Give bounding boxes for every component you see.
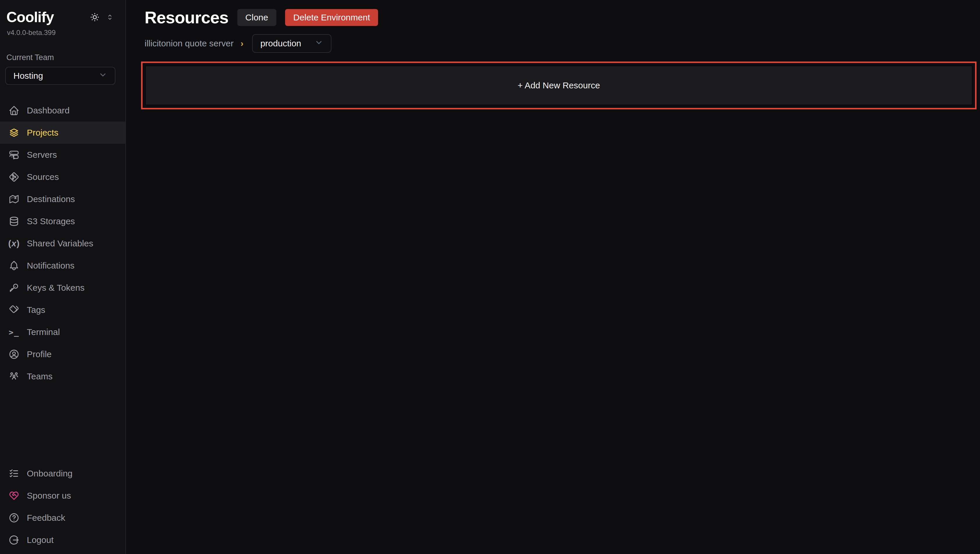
sidebar-item-label: Notifications (27, 261, 74, 271)
team-select-value: Hosting (13, 71, 43, 81)
logo-row: Coolify (0, 0, 125, 25)
sidebar-nav: DashboardProjectsServersSourcesDestinati… (0, 99, 125, 387)
chevron-selector-icon[interactable] (106, 13, 114, 21)
add-new-resource-label: + Add New Resource (518, 81, 600, 91)
sidebar-item-feedback[interactable]: Feedback (0, 507, 125, 529)
sidebar-item-dashboard[interactable]: Dashboard (0, 99, 125, 122)
app-logo: Coolify (6, 9, 54, 25)
chevron-down-icon (315, 38, 323, 49)
user-circle-icon (8, 349, 20, 360)
tags-icon (8, 304, 20, 316)
sidebar-item-teams[interactable]: Teams (0, 365, 125, 387)
environment-select[interactable]: production (252, 34, 331, 53)
sidebar-item-label: Logout (27, 535, 54, 545)
variables-icon: (x) (8, 238, 20, 249)
sidebar-item-projects[interactable]: Projects (0, 122, 125, 144)
sidebar-item-label: Onboarding (27, 468, 73, 479)
app-version: v4.0.0-beta.399 (0, 25, 125, 37)
key-icon (8, 282, 20, 294)
sidebar-item-logout[interactable]: Logout (0, 529, 125, 551)
sidebar-item-label: Shared Variables (27, 239, 93, 248)
sidebar-item-label: Teams (27, 371, 52, 381)
sidebar-item-label: S3 Storages (27, 217, 75, 226)
logout-icon (8, 534, 20, 546)
current-team-label: Current Team (0, 53, 125, 62)
sidebar-item-s3-storages[interactable]: S3 Storages (0, 210, 125, 232)
server-icon (8, 149, 20, 161)
sidebar-item-label: Terminal (27, 327, 60, 337)
database-icon (8, 215, 20, 227)
sidebar-item-label: Destinations (27, 194, 75, 204)
checklist-icon (8, 468, 20, 479)
users-icon (8, 371, 20, 382)
sidebar-item-label: Profile (27, 349, 52, 359)
sidebar-item-keys-tokens[interactable]: Keys & Tokens (0, 277, 125, 299)
sidebar-item-label: Tags (27, 305, 45, 315)
environment-select-value: production (260, 38, 301, 48)
sidebar-item-shared-variables[interactable]: (x)Shared Variables (0, 232, 125, 255)
sidebar-item-destinations[interactable]: Destinations (0, 188, 125, 210)
sidebar-item-label: Sources (27, 172, 59, 182)
sidebar-spacer (0, 387, 125, 462)
bell-icon (8, 260, 20, 271)
sidebar-item-notifications[interactable]: Notifications (0, 255, 125, 277)
sidebar-footer-nav: OnboardingSponsor usFeedbackLogout (0, 462, 125, 551)
breadcrumb: illicitonion quote server › production (145, 34, 980, 53)
team-select[interactable]: Hosting (5, 67, 115, 85)
sidebar: Coolify v4.0.0-beta.399 Current Team Hos… (0, 0, 126, 554)
sidebar-item-label: Servers (27, 150, 57, 160)
chevron-right-icon: › (239, 38, 245, 48)
sidebar-item-label: Projects (27, 128, 58, 138)
sidebar-item-label: Feedback (27, 513, 65, 523)
delete-environment-button[interactable]: Delete Environment (285, 9, 378, 26)
heart-handshake-icon (8, 490, 20, 501)
sidebar-item-label: Keys & Tokens (27, 283, 84, 293)
map-icon (8, 193, 20, 205)
sun-icon[interactable] (90, 12, 100, 22)
sidebar-item-onboarding[interactable]: Onboarding (0, 462, 125, 485)
sidebar-item-terminal[interactable]: >_Terminal (0, 321, 125, 343)
sidebar-item-label: Sponsor us (27, 491, 71, 501)
terminal-icon: >_ (8, 326, 20, 338)
sidebar-item-sponsor-us[interactable]: Sponsor us (0, 485, 125, 507)
home-icon (8, 105, 20, 116)
page-title: Resources (145, 8, 229, 27)
highlight-outline: + Add New Resource (141, 62, 977, 109)
sidebar-item-sources[interactable]: Sources (0, 166, 125, 188)
page-header: Resources Clone Delete Environment (145, 8, 980, 27)
sidebar-item-label: Dashboard (27, 105, 70, 115)
breadcrumb-project-link[interactable]: illicitonion quote server (145, 38, 234, 48)
git-icon (8, 171, 20, 183)
add-new-resource-button[interactable]: + Add New Resource (145, 65, 972, 105)
sidebar-item-tags[interactable]: Tags (0, 299, 125, 321)
layers-icon (8, 127, 20, 138)
chevron-down-icon (99, 70, 107, 81)
main-content: Resources Clone Delete Environment illic… (126, 0, 980, 554)
clone-button[interactable]: Clone (237, 9, 276, 26)
help-circle-icon (8, 512, 20, 524)
sidebar-item-profile[interactable]: Profile (0, 343, 125, 365)
sidebar-item-servers[interactable]: Servers (0, 144, 125, 166)
